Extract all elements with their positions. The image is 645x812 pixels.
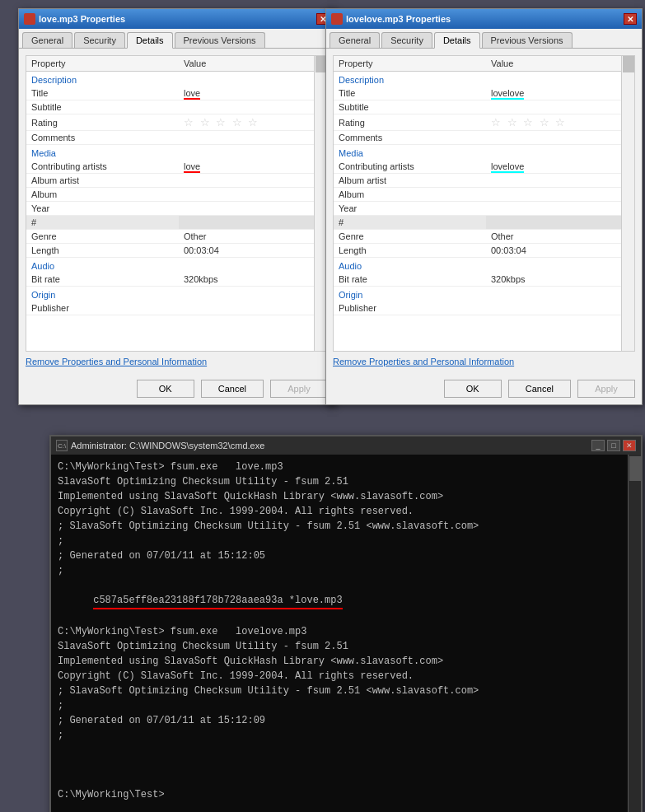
cmd-line-11: c587a5eff8ea23188f178b728aaea93a *love.m… bbox=[58, 578, 634, 624]
cmd-hash1-text: c587a5eff8ea23188f178b728aaea93a *love.m… bbox=[93, 593, 342, 609]
contrib-value-text: love bbox=[184, 161, 200, 173]
dialog2-tab-previous-versions[interactable]: Previous Versions bbox=[482, 32, 573, 48]
d2-prop-album-label: Album bbox=[334, 188, 486, 202]
prop-subtitle-label: Subtitle bbox=[26, 100, 179, 114]
dialog1-section-audio-label: Audio bbox=[26, 258, 327, 273]
dialog1-file-icon bbox=[24, 13, 35, 25]
prop-hash-value[interactable] bbox=[179, 216, 327, 230]
table-row: Year bbox=[334, 202, 634, 216]
prop-album-value[interactable] bbox=[179, 188, 327, 202]
cmd-scrollbar[interactable] bbox=[628, 455, 641, 812]
dialog2-apply-button[interactable]: Apply bbox=[577, 380, 635, 398]
prop-contrib-value[interactable]: love bbox=[179, 160, 327, 174]
d2-prop-comments-value[interactable] bbox=[486, 131, 634, 145]
d2-prop-publisher-value[interactable] bbox=[486, 301, 634, 315]
table-row: Album artist bbox=[26, 174, 327, 188]
dialog2-col-value: Value bbox=[486, 56, 634, 72]
d2-prop-year-value[interactable] bbox=[486, 202, 634, 216]
dialog2-remove-link[interactable]: Remove Properties and Personal Informati… bbox=[333, 357, 635, 366]
d2-prop-albumartist-value[interactable] bbox=[486, 174, 634, 188]
dialog1-remove-link[interactable]: Remove Properties and Personal Informati… bbox=[26, 357, 328, 366]
dialog2-section-origin-label: Origin bbox=[334, 287, 634, 302]
dialog1-apply-button[interactable]: Apply bbox=[270, 380, 328, 398]
cmd-body[interactable]: C:\MyWorking\Test> fsum.exe love.mp3 Sla… bbox=[51, 455, 641, 812]
d2-prop-title-value[interactable]: lovelove bbox=[486, 86, 634, 100]
dialog1-section-origin: Origin bbox=[26, 287, 327, 302]
d2-prop-rating-value[interactable]: ☆ ☆ ☆ ☆ ☆ bbox=[486, 114, 634, 131]
table-row: Publisher bbox=[334, 301, 634, 315]
table-row: Length 00:03:04 bbox=[334, 244, 634, 258]
dialog2-section-desc-label: Description bbox=[334, 72, 634, 87]
d2-prop-genre-value: Other bbox=[486, 230, 634, 244]
d2-prop-year-label: Year bbox=[334, 202, 486, 216]
table-row: Comments bbox=[334, 131, 634, 145]
cmd-close-button[interactable]: ✕ bbox=[623, 440, 636, 451]
cmd-minimize-button[interactable]: _ bbox=[591, 440, 605, 451]
rating-stars: ☆ ☆ ☆ ☆ ☆ bbox=[184, 116, 259, 128]
dialog2-tab-general[interactable]: General bbox=[330, 32, 380, 48]
table-row: # bbox=[26, 216, 327, 230]
dialog1-buttons: OK Cancel Apply bbox=[19, 373, 334, 404]
dialog2-section-description: Description bbox=[334, 72, 634, 87]
dialog2-ok-button[interactable]: OK bbox=[444, 380, 502, 398]
dialog2-section-media-label: Media bbox=[334, 145, 634, 161]
table-row: Bit rate 320kbps bbox=[334, 273, 634, 287]
d2-prop-title-label: Title bbox=[334, 86, 486, 100]
d2-rating-stars: ☆ ☆ ☆ ☆ ☆ bbox=[491, 116, 567, 128]
cmd-icon: C:\ bbox=[56, 440, 68, 451]
d2-prop-album-value[interactable] bbox=[486, 188, 634, 202]
table-row: Album bbox=[26, 188, 327, 202]
cmd-line-9: ; Generated on 07/01/11 at 15:12:05 bbox=[58, 548, 634, 563]
cmd-line-21: ; Generated on 07/01/11 at 15:12:09 bbox=[58, 713, 634, 728]
prop-title-value[interactable]: love bbox=[179, 86, 327, 100]
d2-prop-rating-label: Rating bbox=[334, 114, 486, 131]
dialog2-col-property: Property bbox=[334, 56, 486, 72]
dialog1-tab-details[interactable]: Details bbox=[127, 32, 173, 49]
d2-prop-bitrate-value: 320kbps bbox=[486, 273, 634, 287]
prop-rating-label: Rating bbox=[26, 114, 179, 131]
dialog1-tab-security[interactable]: Security bbox=[74, 32, 125, 48]
cmd-line-23 bbox=[58, 743, 634, 787]
d2-prop-hash-value[interactable] bbox=[486, 216, 634, 230]
prop-year-label: Year bbox=[26, 202, 179, 216]
prop-subtitle-value[interactable] bbox=[179, 100, 327, 114]
dialog2-tab-security[interactable]: Security bbox=[381, 32, 432, 48]
dialog1-props-table: Property Value Description Title love bbox=[26, 56, 327, 315]
table-row: Contributing artists love bbox=[26, 160, 327, 174]
dialog2-scrollbar[interactable] bbox=[621, 56, 634, 351]
dialog2-tab-details[interactable]: Details bbox=[434, 32, 480, 49]
dialog1-cancel-button[interactable]: Cancel bbox=[201, 380, 264, 398]
dialog1-tab-general[interactable]: General bbox=[22, 32, 72, 48]
prop-albumartist-value[interactable] bbox=[179, 174, 327, 188]
dialog2-close-button[interactable]: ✕ bbox=[624, 13, 637, 25]
table-row: Subtitle bbox=[26, 100, 327, 114]
table-row: Bit rate 320kbps bbox=[26, 273, 327, 287]
d2-prop-subtitle-value[interactable] bbox=[486, 100, 634, 114]
prop-publisher-value[interactable] bbox=[179, 301, 327, 315]
d2-prop-bitrate-label: Bit rate bbox=[334, 273, 486, 287]
prop-year-value[interactable] bbox=[179, 202, 327, 216]
dialog2-file-icon bbox=[331, 13, 343, 25]
title-value-text: love bbox=[184, 88, 200, 100]
cmd-maximize-button[interactable]: □ bbox=[607, 440, 620, 451]
prop-rating-value[interactable]: ☆ ☆ ☆ ☆ ☆ bbox=[179, 114, 327, 131]
cmd-line-13: C:\MyWorking\Test> fsum.exe lovelove.mp3 bbox=[58, 624, 634, 639]
table-row: Title love bbox=[26, 86, 327, 100]
dialog1-props-container[interactable]: Property Value Description Title love bbox=[26, 55, 328, 352]
prop-comments-value[interactable] bbox=[179, 131, 327, 145]
dialog1-section-description: Description bbox=[26, 72, 327, 87]
cmd-line-26: C:\MyWorking\Test> bbox=[58, 787, 634, 802]
d2-prop-length-label: Length bbox=[334, 244, 486, 258]
dialog2-cancel-button[interactable]: Cancel bbox=[508, 380, 571, 398]
dialog2-props-container[interactable]: Property Value Description Title lovelov… bbox=[333, 55, 635, 352]
prop-genre-value: Other bbox=[179, 230, 327, 244]
table-row: Title lovelove bbox=[334, 86, 634, 100]
d2-prop-contrib-value[interactable]: lovelove bbox=[486, 160, 634, 174]
dialog1-col-value: Value bbox=[179, 56, 327, 72]
dialog1-col-property: Property bbox=[26, 56, 179, 72]
dialog1-ok-button[interactable]: OK bbox=[137, 380, 194, 398]
dialog1-tab-previous-versions[interactable]: Previous Versions bbox=[175, 32, 265, 48]
d2-prop-publisher-label: Publisher bbox=[334, 301, 486, 315]
table-row: Rating ☆ ☆ ☆ ☆ ☆ bbox=[26, 114, 327, 131]
dialog1-title-left: love.mp3 Properties bbox=[24, 13, 125, 25]
